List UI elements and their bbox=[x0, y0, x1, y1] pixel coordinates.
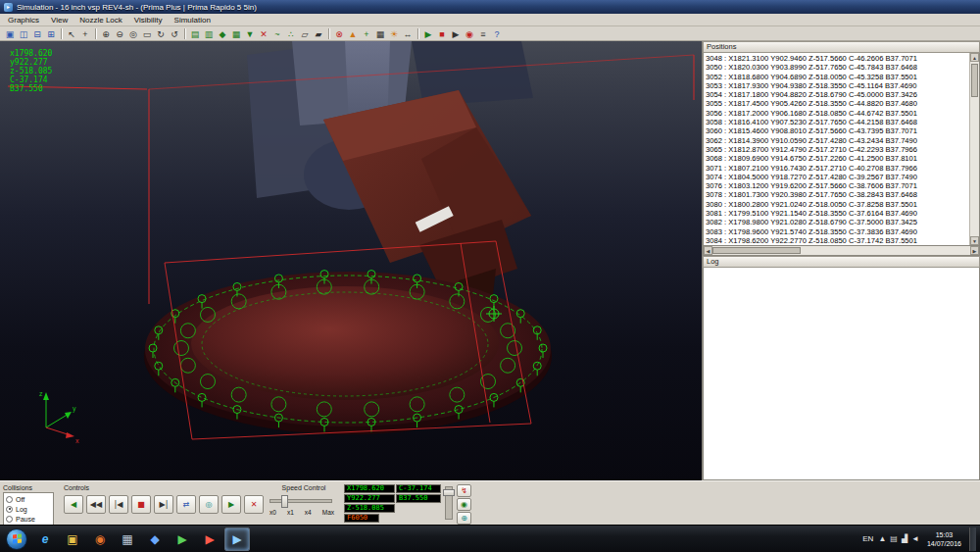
titlebar[interactable]: ▸ Simulation - 16 inch vsp REV4-sh - (Pr… bbox=[0, 0, 980, 14]
play-reverse-button[interactable]: ◀ bbox=[64, 495, 83, 514]
language-indicator[interactable]: EN bbox=[862, 534, 873, 543]
taskbar-simulation-button[interactable]: ▶ bbox=[224, 527, 250, 551]
options-icon[interactable]: ≡ bbox=[477, 27, 490, 40]
origin-icon[interactable]: + bbox=[361, 27, 373, 40]
record-icon[interactable]: ◉ bbox=[464, 27, 476, 40]
simulate-stop-icon[interactable]: ■ bbox=[436, 27, 449, 40]
zoom-slider-thumb[interactable] bbox=[443, 489, 455, 496]
rewind-button[interactable]: ◀◀ bbox=[86, 495, 106, 514]
scroll-left-icon[interactable]: ◀ bbox=[704, 246, 712, 255]
laser-toggle-button[interactable]: ↯ bbox=[457, 484, 471, 497]
position-row[interactable]: 3082 : X1798.9800 Y921.0280 Z-518.6790 C… bbox=[706, 218, 967, 226]
step-forward-button[interactable]: ▶| bbox=[154, 495, 173, 514]
positions-vertical-scrollbar[interactable]: ▲ ▼ bbox=[969, 53, 979, 245]
grid-icon[interactable]: ▦ bbox=[374, 27, 387, 40]
abort-button[interactable]: ✕ bbox=[244, 495, 264, 514]
show-head-icon[interactable]: ▼ bbox=[244, 27, 257, 40]
volume-icon[interactable]: ◄ bbox=[911, 534, 919, 543]
position-row[interactable]: 3080 : X1800.2800 Y921.0240 Z-518.0050 C… bbox=[706, 200, 967, 209]
show-table-icon[interactable]: ▥ bbox=[203, 27, 216, 40]
menu-visibility[interactable]: Visibility bbox=[128, 16, 169, 25]
positions-horizontal-scrollbar[interactable]: ◀ ▶ bbox=[703, 246, 980, 256]
hscrollbar-thumb[interactable] bbox=[712, 247, 801, 254]
select-cursor-icon[interactable]: ↖ bbox=[66, 27, 78, 40]
show-desktop-button[interactable] bbox=[969, 527, 976, 551]
center-view-button[interactable]: ⊕ bbox=[457, 512, 471, 525]
position-row[interactable]: 3055 : X1817.4500 Y905.4260 Z-518.3550 C… bbox=[706, 99, 967, 108]
zoom-in-icon[interactable]: ⊕ bbox=[100, 27, 113, 40]
show-points-icon[interactable]: ∴ bbox=[285, 27, 298, 40]
viewport-3d[interactable]: z y x x1798.620 y922.277 z-518.085 C-37.… bbox=[0, 41, 702, 480]
menu-graphics[interactable]: Graphics bbox=[2, 16, 45, 25]
position-row[interactable]: 3054 : X1817.1800 Y904.8820 Z-518.6790 C… bbox=[706, 90, 967, 99]
position-row[interactable]: 3081 : X1799.5100 Y921.1540 Z-518.3550 C… bbox=[706, 209, 967, 218]
position-row[interactable]: 3084 : X1798.6200 Y922.2770 Z-518.0850 C… bbox=[706, 236, 967, 245]
measure-icon[interactable]: ↔ bbox=[402, 27, 415, 40]
simulate-start-icon[interactable]: ▶ bbox=[422, 27, 435, 40]
view-quad-icon[interactable]: ⊞ bbox=[45, 27, 58, 40]
position-row[interactable]: 3050 : X1820.0300 Y903.8990 Z-517.7650 C… bbox=[706, 63, 967, 72]
speed-slider[interactable] bbox=[270, 499, 332, 503]
help-icon[interactable]: ? bbox=[491, 27, 504, 40]
light-icon[interactable]: ☀ bbox=[388, 27, 401, 40]
view-single-icon[interactable]: ▣ bbox=[4, 27, 17, 40]
taskbar-app-button-3[interactable]: ▶ bbox=[170, 527, 195, 551]
position-row[interactable]: 3071 : X1807.2100 Y916.7430 Z-517.2710 C… bbox=[706, 164, 967, 173]
show-toolpath-icon[interactable]: ~ bbox=[271, 27, 284, 40]
pan-view-icon[interactable]: + bbox=[79, 27, 92, 40]
scroll-up-icon[interactable]: ▲ bbox=[970, 53, 979, 62]
collision-radio-off[interactable]: Off bbox=[6, 494, 51, 504]
show-fixture-icon[interactable]: ▦ bbox=[230, 27, 243, 40]
position-row[interactable]: 3074 : X1804.5000 Y918.7270 Z-517.4280 C… bbox=[706, 173, 967, 181]
collision-reset-button[interactable]: ⇄ bbox=[176, 495, 196, 514]
head-view-button[interactable]: ◎ bbox=[199, 495, 219, 514]
hidden-icons-button[interactable]: ▲ bbox=[878, 534, 886, 543]
position-row[interactable]: 3052 : X1818.6800 Y904.6890 Z-518.0050 C… bbox=[706, 73, 967, 81]
position-row[interactable]: 3048 : X1821.3100 Y902.9460 Z-517.5660 C… bbox=[706, 54, 967, 63]
scrollbar-thumb[interactable] bbox=[971, 64, 978, 97]
taskbar-app-button-4[interactable]: ▶ bbox=[197, 527, 222, 551]
position-row[interactable]: 3062 : X1814.3900 Y910.0590 Z-517.4280 C… bbox=[706, 136, 967, 145]
solid-mode-icon[interactable]: ▰ bbox=[313, 27, 325, 40]
taskbar-explorer-button[interactable]: ▣ bbox=[60, 527, 85, 551]
taskbar-app-button-1[interactable]: ▦ bbox=[115, 527, 140, 551]
show-beam-icon[interactable]: ✕ bbox=[258, 27, 270, 40]
menu-nozzle-lock[interactable]: Nozzle Lock bbox=[74, 16, 128, 25]
position-row[interactable]: 3078 : X1801.7300 Y920.3980 Z-517.7650 C… bbox=[706, 190, 967, 199]
zoom-fit-icon[interactable]: ▭ bbox=[141, 27, 154, 40]
position-row[interactable]: 3058 : X1816.4100 Y907.5230 Z-517.7650 C… bbox=[706, 118, 967, 126]
taskbar-media-button[interactable]: ◉ bbox=[87, 527, 113, 551]
position-row[interactable]: 3065 : X1812.8700 Y912.4790 Z-517.2710 C… bbox=[706, 145, 967, 154]
menu-simulation[interactable]: Simulation bbox=[169, 16, 217, 25]
position-row[interactable]: 3068 : X1809.6900 Y914.6750 Z-517.2260 C… bbox=[706, 154, 967, 163]
taskbar-app-button-2[interactable]: ◆ bbox=[142, 527, 168, 551]
zoom-out-icon[interactable]: ⊖ bbox=[114, 27, 126, 40]
taskbar-ie-button[interactable]: e bbox=[32, 527, 58, 551]
scroll-right-icon[interactable]: ▶ bbox=[970, 246, 979, 255]
3d-scene[interactable]: z y x bbox=[0, 41, 702, 480]
show-machine-icon[interactable]: ▤ bbox=[189, 27, 202, 40]
view-split-horizontal-icon[interactable]: ⊟ bbox=[31, 27, 44, 40]
collision-radio-log[interactable]: Log bbox=[6, 504, 51, 514]
zoom-window-icon[interactable]: ◎ bbox=[127, 27, 140, 40]
speed-slider-thumb[interactable] bbox=[281, 495, 288, 508]
zoom-slider[interactable] bbox=[445, 486, 453, 520]
taskbar-clock[interactable]: 15:03 14/07/2016 bbox=[924, 530, 964, 548]
step-back-button[interactable]: |◀ bbox=[109, 495, 128, 514]
keyboard-icon[interactable]: ▤ bbox=[890, 534, 898, 543]
step-mode-icon[interactable]: ▶ bbox=[450, 27, 463, 40]
view-split-vertical-icon[interactable]: ◫ bbox=[18, 27, 30, 40]
wireframe-mode-icon[interactable]: ▱ bbox=[299, 27, 312, 40]
collision-detect-icon[interactable]: ⊗ bbox=[333, 27, 346, 40]
start-button[interactable] bbox=[6, 528, 27, 550]
scroll-down-icon[interactable]: ▼ bbox=[970, 236, 979, 245]
network-icon[interactable]: ▟ bbox=[902, 534, 907, 543]
position-row[interactable]: 3053 : X1817.9300 Y904.9380 Z-518.3550 C… bbox=[706, 81, 967, 90]
collision-radio-pause[interactable]: Pause bbox=[6, 514, 51, 524]
reset-view-icon[interactable]: ↺ bbox=[169, 27, 181, 40]
rotate-view-icon[interactable]: ↻ bbox=[155, 27, 168, 40]
limits-check-icon[interactable]: ▲ bbox=[347, 27, 360, 40]
show-part-icon[interactable]: ◆ bbox=[217, 27, 229, 40]
position-row[interactable]: 3083 : X1798.9600 Y921.5740 Z-518.3550 C… bbox=[706, 227, 967, 236]
position-row[interactable]: 3076 : X1803.1200 Y919.6200 Z-517.5660 C… bbox=[706, 181, 967, 190]
